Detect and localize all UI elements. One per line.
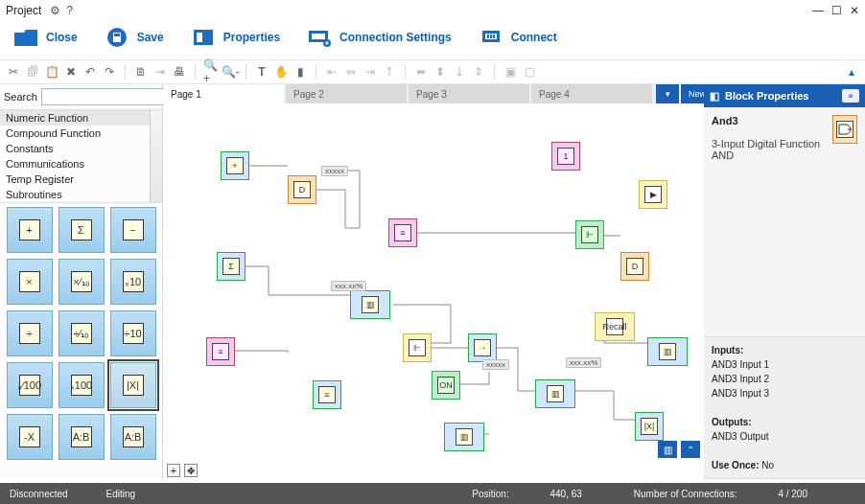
use-once-label: Use Once: — [712, 460, 759, 470]
panel-collapse-button[interactable]: » — [842, 89, 859, 103]
canvas-block[interactable]: ≡ — [313, 380, 341, 409]
page-tab[interactable]: Page 1 — [163, 84, 284, 103]
input-item: AND3 Input 1 — [712, 359, 769, 370]
align-center-h-icon[interactable]: ⇔ — [343, 64, 359, 80]
connection-settings-button[interactable]: Connection Settings — [307, 27, 452, 48]
category-item[interactable]: Communications — [0, 156, 162, 172]
canvas-block[interactable]: ≡ — [388, 218, 417, 247]
align-left-icon[interactable]: ⇤ — [324, 64, 339, 80]
canvas-block[interactable]: Σ — [217, 252, 245, 281]
cut-icon[interactable]: ✂ — [6, 64, 21, 80]
collapse-ribbon-icon[interactable]: ▴ — [844, 64, 859, 80]
align-bottom-icon[interactable]: ⤓ — [452, 64, 467, 80]
canvas-block[interactable]: ⊩ — [403, 333, 432, 362]
palette-block[interactable]: ×⁄₁₀ — [58, 259, 105, 305]
canvas-block[interactable]: |X| — [635, 412, 664, 441]
export-icon[interactable]: ⇥ — [152, 64, 168, 80]
category-item[interactable]: Constants — [0, 141, 162, 156]
palette-block[interactable]: |X| — [110, 362, 156, 408]
properties-button[interactable]: Properties — [191, 27, 280, 48]
page-tab[interactable]: Page 2 — [286, 84, 407, 103]
pan-view-button[interactable]: ✥ — [184, 464, 198, 477]
align-middle-icon[interactable]: ⇕ — [471, 64, 486, 80]
category-item[interactable]: Subroutines — [0, 187, 162, 202]
window-close-icon[interactable]: ✕ — [850, 4, 859, 17]
app-title: Project — [6, 4, 41, 17]
align-right-icon[interactable]: ⇥ — [362, 64, 378, 80]
tab-menu-button[interactable]: ▾ — [656, 84, 679, 103]
select-tool-icon[interactable]: ▮ — [292, 64, 308, 80]
palette-block[interactable]: ÷⁄₁₀ — [58, 310, 105, 356]
palette-block[interactable]: × — [7, 259, 53, 305]
search-input[interactable] — [41, 88, 179, 105]
canvas-block[interactable]: + — [221, 151, 249, 180]
canvas-block[interactable]: ▥ — [350, 290, 390, 319]
category-item[interactable]: Temp Register — [0, 172, 162, 187]
pan-tool-icon[interactable]: ✋ — [273, 64, 289, 80]
gear-icon[interactable]: ⚙ — [50, 4, 60, 17]
palette-block[interactable]: ÷10 — [110, 310, 156, 356]
canvas-block[interactable]: ▶ — [639, 180, 667, 209]
undo-icon[interactable]: ↶ — [82, 64, 98, 80]
input-item: AND3 Input 2 — [712, 374, 769, 384]
palette-block[interactable]: A:B — [110, 414, 156, 460]
svg-rect-9 — [487, 34, 489, 38]
canvas-block[interactable]: D — [288, 175, 316, 204]
window-maximize-icon[interactable]: ☐ — [831, 4, 842, 17]
canvas[interactable]: ▥ ⌃ +D1▶≡Σ⊩D▥≡⊩→Recall▥ON▥≡|X|▥xxxxxxxx.… — [163, 103, 704, 462]
group-icon[interactable]: ▣ — [503, 64, 518, 80]
canvas-block[interactable]: ⊩ — [575, 220, 604, 249]
canvas-block[interactable]: D — [620, 252, 649, 281]
palette-block[interactable]: − — [110, 207, 156, 253]
canvas-block[interactable]: ON — [432, 371, 460, 400]
canvas-block[interactable]: ≡ — [206, 337, 235, 366]
canvas-view-button[interactable]: ▥ — [658, 441, 677, 458]
category-list[interactable]: Numeric FunctionCompound FunctionConstan… — [0, 109, 162, 203]
distribute-h-icon[interactable]: ⬌ — [413, 64, 429, 80]
window-minimize-icon[interactable]: — — [812, 4, 824, 17]
text-tool-icon[interactable]: T — [254, 64, 269, 80]
canvas-label: xxxxx — [482, 359, 509, 370]
canvas-block[interactable]: 1 — [551, 142, 580, 171]
palette-block[interactable]: ₓ⁄100 — [7, 362, 53, 408]
palette-block[interactable]: A:B — [58, 414, 105, 460]
document-icon[interactable]: 🗎 — [133, 64, 149, 80]
close-button[interactable]: Close — [13, 27, 78, 48]
delete-icon[interactable]: ✖ — [63, 64, 79, 80]
canvas-block[interactable]: ▥ — [535, 379, 575, 408]
redo-icon[interactable]: ↷ — [102, 64, 117, 80]
canvas-block[interactable]: ▥ — [444, 423, 484, 451]
print-icon[interactable]: 🖶 — [172, 64, 187, 80]
canvas-label: xxxxx — [321, 166, 348, 176]
palette-block[interactable]: ₓ10 — [110, 259, 156, 305]
zoom-out-icon[interactable]: 🔍- — [222, 64, 238, 80]
svg-rect-11 — [493, 34, 495, 38]
save-button[interactable]: Save — [105, 27, 164, 48]
distribute-v-icon[interactable]: ⬍ — [432, 64, 448, 80]
ungroup-icon[interactable]: ▢ — [522, 64, 537, 80]
palette-block[interactable]: ÷ — [7, 310, 53, 356]
add-page-button[interactable]: + — [167, 464, 180, 477]
align-top-icon[interactable]: ⤒ — [382, 64, 397, 80]
zoom-in-icon[interactable]: 🔍+ — [203, 64, 219, 80]
page-tab[interactable]: Page 4 — [531, 84, 652, 103]
status-mode: Editing — [106, 489, 136, 499]
copy-icon[interactable]: 🗐 — [25, 64, 40, 80]
help-icon[interactable]: ? — [66, 4, 73, 17]
palette-block[interactable]: -X — [7, 414, 53, 460]
canvas-block[interactable]: ▥ — [647, 337, 688, 366]
palette-block[interactable]: + — [7, 207, 53, 253]
canvas-block[interactable]: → — [468, 333, 497, 362]
category-item[interactable]: Numeric Function — [0, 110, 162, 126]
canvas-label: xxx.xx% — [331, 281, 366, 291]
page-tab[interactable]: Page 3 — [409, 84, 529, 103]
paste-icon[interactable]: 📋 — [44, 64, 59, 80]
block-description: 3-Input Digital Function AND — [712, 138, 820, 161]
category-item[interactable]: Compound Function — [0, 126, 162, 141]
palette-block[interactable]: ₓ100 — [58, 362, 105, 408]
canvas-block[interactable]: Recall — [595, 312, 635, 341]
connect-button[interactable]: Connect — [479, 27, 557, 48]
canvas-expand-button[interactable]: ⌃ — [681, 441, 700, 458]
palette-block[interactable]: Σ — [58, 207, 105, 253]
outputs-heading: Outputs: — [712, 417, 752, 427]
